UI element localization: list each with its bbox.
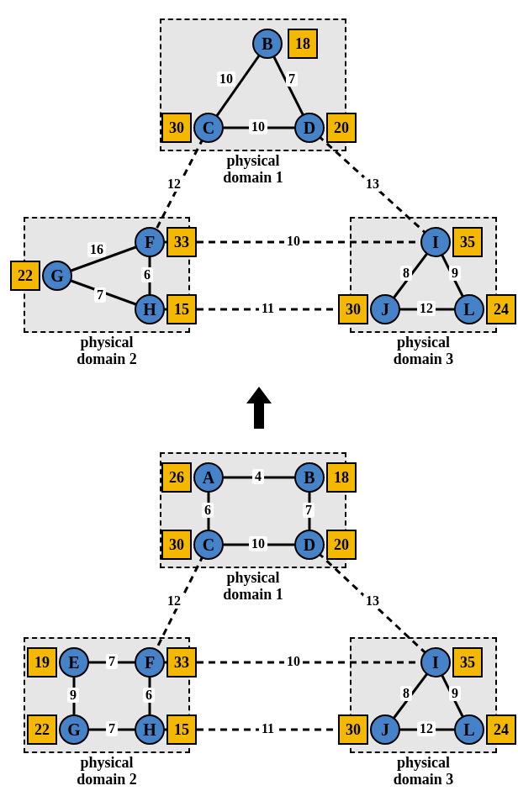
bottom-badge-L: 24: [486, 714, 516, 745]
top-node-L: L: [454, 294, 484, 324]
bottom-edge-CF: 12: [165, 593, 183, 609]
bottom-badge-I: 35: [452, 647, 483, 678]
bottom-node-A: A: [193, 462, 224, 493]
top-edge-DI: 13: [363, 177, 382, 192]
bottom-edge-EF: 7: [106, 654, 118, 669]
bottom-node-C: C: [193, 530, 224, 560]
bottom-node-H: H: [135, 714, 165, 745]
bottom-badge-D: 20: [326, 530, 357, 560]
bottom-edge-FI: 10: [284, 654, 303, 669]
top-edge-HJ: 11: [259, 301, 277, 316]
top-edge-IJ: 8: [400, 266, 412, 281]
top-badge-C: 30: [161, 113, 192, 143]
top-badge-G: 22: [10, 261, 40, 291]
top-edge-BC: 10: [217, 71, 235, 87]
top-badge-F: 33: [166, 227, 197, 257]
bottom-node-I: I: [420, 647, 451, 678]
top-badge-H: 15: [166, 294, 197, 324]
bottom-node-B: B: [294, 462, 325, 493]
top-badge-B: 18: [288, 29, 318, 59]
top-node-F: F: [135, 227, 165, 257]
bottom-badge-H: 15: [166, 714, 197, 745]
top-badge-J: 30: [338, 294, 368, 324]
bottom-edge-FH: 6: [143, 688, 155, 703]
top-edge-FG: 16: [87, 242, 106, 257]
bottom-badge-A: 26: [161, 462, 192, 493]
bottom-edge-JL: 12: [417, 721, 436, 736]
top-edge-JL: 12: [417, 301, 436, 316]
top-badge-I: 35: [452, 227, 483, 257]
top-node-B: B: [252, 29, 283, 59]
bottom-badge-E: 19: [27, 647, 57, 678]
bottom-edge-GH: 7: [106, 721, 118, 736]
bottom-node-J: J: [370, 714, 400, 745]
top-badge-L: 24: [486, 294, 516, 324]
bottom-edge-IL: 9: [449, 686, 461, 701]
bottom-edge-IJ: 8: [400, 686, 412, 701]
top-edge-CD: 10: [249, 119, 267, 134]
bottom-node-D: D: [294, 530, 325, 560]
bottom-badge-C: 30: [161, 530, 192, 560]
bottom-node-E: E: [59, 647, 89, 678]
bottom-edge-AB: 4: [252, 469, 264, 484]
bottom-badge-F: 33: [166, 647, 197, 678]
top-node-H: H: [135, 294, 165, 324]
top-edge-BD: 7: [286, 71, 298, 87]
top-node-D: D: [294, 113, 325, 143]
bottom-badge-G: 22: [27, 714, 57, 745]
bottom-badge-J: 30: [338, 714, 368, 745]
top-edge-IL: 9: [449, 266, 461, 281]
bottom-badge-B: 18: [326, 462, 357, 493]
bottom-node-G: G: [59, 714, 89, 745]
top-badge-D: 20: [326, 113, 357, 143]
bottom-edge-EG: 9: [67, 688, 79, 703]
top-edge-GH: 7: [94, 287, 106, 303]
top-node-J: J: [370, 294, 400, 324]
diagram-canvas: physicaldomain 1 B 18 C 30 D 20 10 7 10 …: [0, 0, 518, 812]
top-edge-FH: 6: [141, 267, 153, 282]
top-node-G: G: [42, 261, 72, 291]
bottom-edge-BD: 7: [303, 503, 314, 518]
bottom-node-F: F: [135, 647, 165, 678]
bottom-edge-CD: 10: [249, 536, 267, 551]
bottom-edge-AC: 6: [202, 503, 214, 518]
bottom-edge-DI: 13: [363, 593, 382, 609]
bottom-edge-HJ: 11: [259, 721, 277, 736]
top-edge-CF: 12: [165, 177, 183, 192]
top-edge-FI: 10: [284, 234, 303, 249]
top-node-C: C: [193, 113, 224, 143]
bottom-node-L: L: [454, 714, 484, 745]
top-node-I: I: [420, 227, 451, 257]
